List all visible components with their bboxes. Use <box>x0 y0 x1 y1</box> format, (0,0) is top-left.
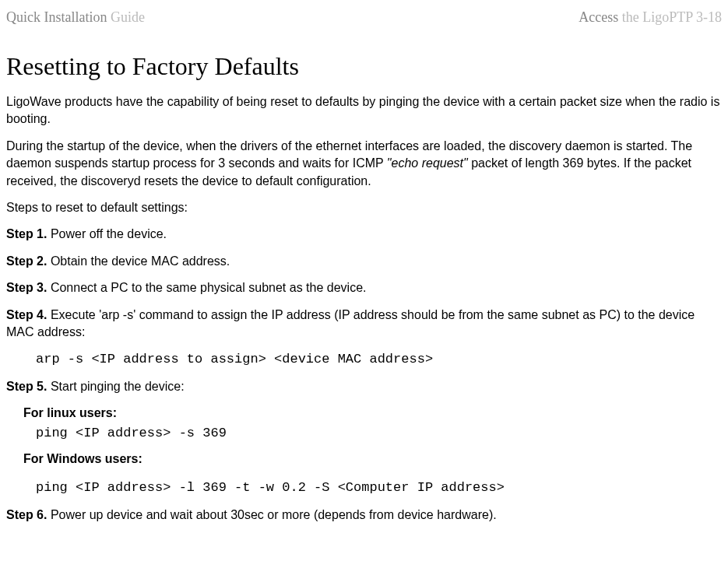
step-2: Step 2. Obtain the device MAC address. <box>6 253 722 270</box>
step-6: Step 6. Power up device and wait about 3… <box>6 507 722 524</box>
para2-echo-request: "echo request" <box>387 156 468 170</box>
windows-block: For Windows users: ping <IP address> -l … <box>23 451 722 497</box>
step-2-text: Obtain the device MAC address. <box>47 254 230 268</box>
step-1-label: Step 1. <box>6 227 47 240</box>
step-4-label: Step 4. <box>6 308 47 321</box>
header-left: Quick Installation Guide <box>6 8 145 27</box>
header-right-dark: Access <box>579 9 618 25</box>
intro-paragraph-1: LigoWave products have the capability of… <box>6 93 722 128</box>
step-6-text: Power up device and wait about 30sec or … <box>47 508 496 521</box>
step-3-text: Connect a PC to the same physical subnet… <box>47 281 366 294</box>
step-6-label: Step 6. <box>6 508 47 521</box>
step-5-label: Step 5. <box>6 380 47 393</box>
windows-label: For Windows users: <box>23 451 722 468</box>
step-4-text: Execute 'arp -s' command to assign the I… <box>6 308 695 338</box>
windows-code: ping <IP address> -l 369 -t -w 0.2 -S <C… <box>36 479 722 497</box>
intro-paragraph-2: During the startup of the device, when t… <box>6 138 722 190</box>
linux-block: For linux users: ping <IP address> -s 36… <box>23 405 722 442</box>
step-3-label: Step 3. <box>6 281 47 294</box>
header-right: Access the LigoPTP 3-18 <box>579 8 722 27</box>
step-5-text: Start pinging the device: <box>47 380 184 393</box>
step-5: Step 5. Start pinging the device: <box>6 378 722 395</box>
header-right-light: the LigoPTP 3-18 <box>618 9 722 25</box>
linux-code: ping <IP address> -s 369 <box>36 424 722 443</box>
linux-label: For linux users: <box>23 405 722 422</box>
page-title: Resetting to Factory Defaults <box>6 49 722 84</box>
step-4-code: arp -s <IP address to assign> <device MA… <box>36 350 722 369</box>
step-3: Step 3. Connect a PC to the same physica… <box>6 279 722 296</box>
header-left-light: Guide <box>107 9 145 25</box>
header-left-dark: Quick Installation <box>6 9 107 25</box>
step-4: Step 4. Execute 'arp -s' command to assi… <box>6 307 722 342</box>
step-1: Step 1. Power off the device. <box>6 226 722 243</box>
step-1-text: Power off the device. <box>47 227 167 240</box>
step-2-label: Step 2. <box>6 254 47 268</box>
page-header: Quick Installation Guide Access the Ligo… <box>6 8 722 27</box>
steps-intro: Steps to reset to default settings: <box>6 199 722 216</box>
